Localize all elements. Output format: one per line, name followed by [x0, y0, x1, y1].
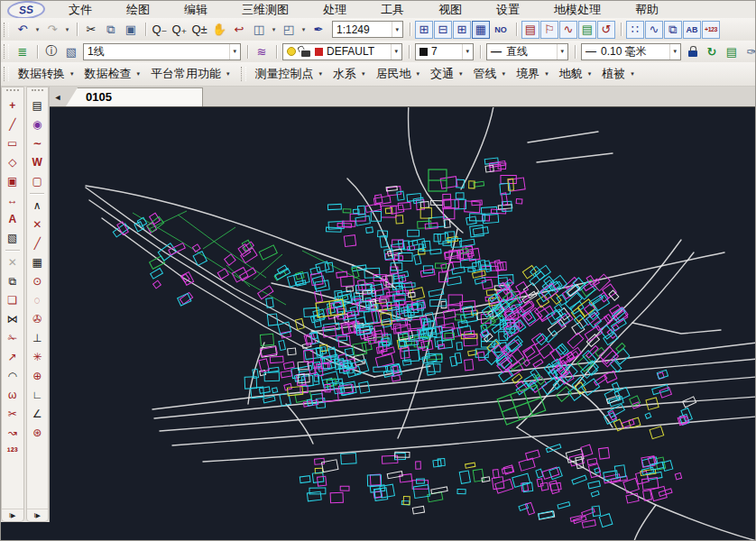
- arc-tool[interactable]: ◠: [2, 366, 23, 385]
- chevron-down-icon[interactable]: ▾: [557, 44, 567, 60]
- lineweight-combobox[interactable]: — 0.10 毫米 ▾: [581, 43, 681, 60]
- line-tool[interactable]: ╱: [2, 115, 23, 133]
- parcel-tool-button[interactable]: ▤: [578, 21, 596, 39]
- survey-plot-button[interactable]: ▤: [521, 21, 539, 39]
- zoom-out-button[interactable]: Q₋: [150, 20, 170, 40]
- 植被[interactable]: 植被▾: [596, 65, 640, 83]
- drawing-canvas[interactable]: [1, 106, 755, 540]
- copy-object-tool[interactable]: ⧉: [2, 271, 23, 290]
- 管线[interactable]: 管线▾: [468, 65, 512, 83]
- control-point-button[interactable]: ⚐: [540, 21, 558, 39]
- wavy-line-button[interactable]: ∿: [559, 21, 577, 39]
- menu-terrain-model[interactable]: 地模处理: [537, 2, 618, 18]
- line-endpoint-tool[interactable]: ╱: [27, 234, 49, 252]
- chevron-down-icon[interactable]: ▾: [669, 44, 679, 60]
- menu-view[interactable]: 视图: [421, 2, 479, 18]
- perpendicular-tool[interactable]: ⊥: [27, 328, 49, 347]
- menu-draw[interactable]: 绘图: [109, 2, 167, 18]
- text-style-tool[interactable]: ▧: [2, 228, 23, 247]
- fence-tool[interactable]: ▣: [2, 171, 23, 190]
- menu-3d-mapping[interactable]: 三维测图: [225, 2, 306, 18]
- redo-button[interactable]: ↷: [42, 20, 62, 40]
- layer-new-icon[interactable]: ≣: [13, 41, 32, 61]
- 数据转换[interactable]: 数据转换▾: [13, 65, 79, 83]
- redraw-button[interactable]: ✒: [309, 20, 328, 40]
- grid-points-tool[interactable]: ▦: [27, 252, 49, 271]
- dashed-circle-tool[interactable]: ◌: [27, 290, 49, 309]
- color-combobox[interactable]: 7 ▾: [415, 43, 474, 60]
- chevron-down-icon[interactable]: ▾: [229, 44, 239, 60]
- zoom-in-button[interactable]: Q₊: [170, 20, 189, 40]
- viewport-quad-button[interactable]: ⊞: [453, 21, 471, 39]
- extend-tool[interactable]: ↗: [2, 347, 23, 366]
- break-tool[interactable]: ✁: [2, 328, 23, 347]
- separator[interactable]: [405, 20, 414, 40]
- w-points-tool[interactable]: W: [27, 152, 49, 171]
- menu-help[interactable]: 帮助: [618, 2, 676, 18]
- drawing-tab-0105[interactable]: 0105: [66, 87, 203, 106]
- freehand-tool[interactable]: ∼: [27, 133, 49, 152]
- dimension-tool[interactable]: ↔: [2, 190, 23, 209]
- zoom-object-button[interactable]: ◰: [279, 20, 299, 40]
- block-tool-button[interactable]: ⧉: [664, 21, 682, 39]
- menu-tools[interactable]: 工具: [364, 2, 421, 18]
- 水系[interactable]: 水系▾: [327, 65, 371, 83]
- number-label-button[interactable]: +123: [702, 21, 720, 39]
- code-layer-combobox[interactable]: 1线 ▾: [83, 43, 241, 60]
- lasso-tool[interactable]: ✇: [27, 309, 49, 328]
- selection-box-tool[interactable]: ▢: [27, 171, 49, 190]
- redo-dropdown[interactable]: ▾: [62, 20, 72, 40]
- zoom-extents-dropdown[interactable]: ▾: [269, 20, 279, 40]
- ortho-toggle-button[interactable]: NO: [491, 20, 511, 40]
- point-style-button[interactable]: ∷: [626, 21, 644, 39]
- edit-document-icon[interactable]: ▤: [722, 41, 742, 61]
- chevron-down-icon[interactable]: ▾: [392, 22, 401, 37]
- zoom-extents-button[interactable]: ◫: [249, 20, 269, 40]
- numbers-tool[interactable]: ¹²³: [2, 442, 23, 461]
- text-ab-button[interactable]: AB: [683, 21, 701, 39]
- layer-state-combobox[interactable]: DEFAULT ▾: [282, 43, 402, 60]
- text-tool[interactable]: A: [2, 209, 23, 228]
- lock-objects-icon[interactable]: [688, 50, 697, 57]
- toolbar-grip[interactable]: [4, 23, 9, 37]
- brush-icon[interactable]: ✑: [742, 41, 755, 61]
- circled-star-tool[interactable]: ⊛: [27, 423, 49, 442]
- cut-button[interactable]: ✂: [81, 20, 101, 40]
- viewport-single-button[interactable]: ⊞: [415, 21, 433, 39]
- trim-tool[interactable]: ✂: [2, 404, 23, 423]
- grid-display-button[interactable]: ▦: [472, 21, 490, 39]
- axis-tool[interactable]: ∟: [27, 385, 49, 404]
- erase-tool[interactable]: ✕: [2, 252, 23, 271]
- info-icon[interactable]: ⓘ: [41, 41, 61, 61]
- toolbar-grip[interactable]: [4, 44, 9, 59]
- layers-stack-icon[interactable]: ≋: [252, 41, 272, 61]
- pan-button[interactable]: ✋: [209, 20, 229, 40]
- intersect-tool[interactable]: ✕: [27, 215, 49, 234]
- toolbar-grip[interactable]: [241, 67, 246, 81]
- chevron-down-icon[interactable]: ▾: [391, 44, 401, 60]
- menu-process[interactable]: 处理: [306, 2, 364, 18]
- layer-manager-icon[interactable]: ▧: [61, 41, 81, 61]
- menu-file[interactable]: 文件: [51, 2, 109, 18]
- separator[interactable]: [512, 20, 521, 40]
- mirror-tool[interactable]: ⋈: [2, 309, 23, 328]
- menu-settings[interactable]: 设置: [479, 2, 537, 18]
- 交通[interactable]: 交通▾: [425, 65, 468, 83]
- 地貌[interactable]: 地貌▾: [554, 65, 597, 83]
- chevron-down-icon[interactable]: ▾: [462, 44, 472, 60]
- scale-combobox[interactable]: 1:1249 ▾: [332, 21, 403, 38]
- separator[interactable]: [141, 20, 150, 40]
- tab-scroll-left-icon[interactable]: ◄: [50, 89, 66, 105]
- toolbox-expand-button[interactable]: I▶: [2, 509, 23, 521]
- ellipse-arrow-button[interactable]: ↺: [597, 21, 615, 39]
- duplicate-tool[interactable]: ❏: [2, 290, 23, 309]
- toolbar-grip[interactable]: [32, 89, 44, 95]
- refresh-icon[interactable]: ↻: [702, 41, 722, 61]
- menu-edit[interactable]: 编辑: [167, 2, 225, 18]
- paste-button[interactable]: ▣: [121, 20, 141, 40]
- point-tool[interactable]: +: [2, 96, 23, 115]
- 居民地[interactable]: 居民地▾: [371, 65, 426, 83]
- undo-button[interactable]: ↶: [13, 20, 32, 40]
- asterisk-tool[interactable]: ✳: [27, 347, 49, 366]
- toolbar-grip[interactable]: [4, 67, 9, 81]
